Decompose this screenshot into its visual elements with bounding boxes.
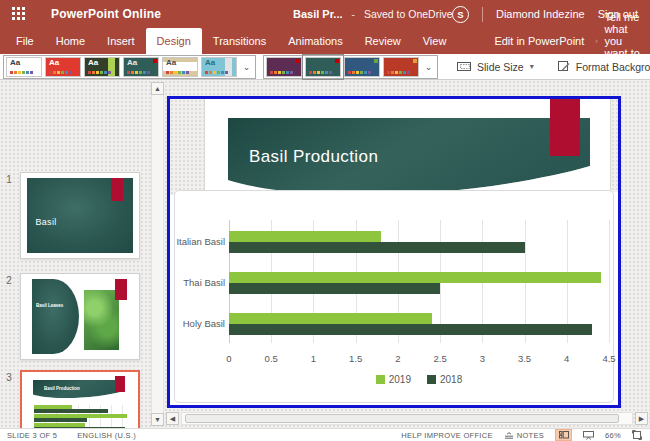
notes-toggle[interactable]: NOTES [504, 431, 544, 440]
tab-transitions[interactable]: Transitions [202, 28, 277, 54]
scroll-down-button[interactable]: ▼ [151, 413, 164, 426]
category-label: Holy Basil [149, 317, 225, 331]
themes-more-icon[interactable]: ⌄ [240, 62, 253, 72]
tab-edit-in-powerpoint[interactable]: Edit in PowerPoint [483, 28, 595, 54]
slide-thumbnail-1[interactable]: Basil [20, 172, 140, 259]
tab-design[interactable]: Design [146, 28, 202, 54]
document-title-group: Basil Pr... - Saved to OneDrive [293, 8, 453, 20]
legend-item: 2019 [376, 374, 411, 385]
variant-purple-tile[interactable] [266, 57, 302, 77]
document-title[interactable]: Basil Pr... [293, 8, 343, 20]
tell-me-box[interactable]: Tell me what you want to do [595, 28, 650, 54]
x-tick-label: 1.5 [340, 353, 372, 364]
scroll-up-button[interactable]: ▲ [151, 82, 164, 95]
slide-title-text: Basil Leaves [36, 303, 63, 308]
variant-teal-tile[interactable] [305, 57, 341, 77]
thumbnail-slide-preview: Basil Leaves [27, 279, 133, 354]
content-panel: Basil Leaves [32, 279, 79, 354]
theme-aa-sample: Aa [166, 59, 176, 68]
waffle-grid-icon [12, 7, 15, 10]
theme-red-tile[interactable]: Aa [45, 57, 81, 77]
help-improve-office-link[interactable]: HELP IMPROVE OFFICE [401, 431, 492, 440]
slide-thumbnail-3[interactable]: Basil Production00.511.522.533.544.52019… [20, 370, 140, 428]
slideshow-button[interactable] [583, 431, 594, 440]
normal-view-button[interactable] [555, 429, 572, 441]
x-tick-label: 1 [297, 353, 329, 364]
theme-dark-green-tile[interactable]: Aa [84, 57, 120, 77]
theme-color-dots [49, 71, 72, 74]
slide-size-icon [457, 61, 471, 72]
theme-aa-sample: Aa [10, 59, 20, 68]
variant-blue-tile[interactable] [344, 57, 380, 77]
theme-wood-tile[interactable]: Aa [162, 57, 198, 77]
theme-color-dots [166, 71, 189, 74]
bar-2018-holy-basil [229, 324, 592, 335]
themes-gallery: AaAaAaAaAaAa⌄ [3, 55, 256, 79]
mini-bar [34, 409, 107, 413]
theme-color-dots [270, 71, 293, 74]
x-tick-label: 4 [551, 353, 583, 364]
theme-color-dots [387, 71, 410, 74]
accent-ribbon [115, 279, 127, 300]
scroll-left-button[interactable]: ◀ [166, 412, 179, 425]
bar-2018-italian-basil [229, 242, 525, 253]
design-ribbon: AaAaAaAaAaAa⌄ ⌄ Slide Size ▾ Format Back… [0, 54, 650, 80]
category-label: Thai Basil [149, 276, 225, 290]
horizontal-scrollbar[interactable] [181, 412, 633, 425]
theme-office-tile[interactable]: Aa [6, 57, 42, 77]
chevron-down-icon: ▾ [530, 62, 534, 71]
slide-accent-ribbon[interactable] [550, 99, 580, 156]
variants-gallery: ⌄ [263, 55, 438, 79]
variant-corner-dot [413, 59, 417, 63]
fit-to-window-icon [632, 430, 642, 440]
bar-2019-thai-basil [229, 272, 601, 283]
title-banner: Basil Production [33, 380, 123, 400]
theme-teal-tile[interactable]: Aa [123, 57, 159, 77]
accent-ribbon [115, 376, 125, 392]
language-status[interactable]: ENGLISH (U.S.) [77, 431, 136, 440]
tab-home[interactable]: Home [45, 28, 96, 54]
scroll-right-button[interactable]: ▶ [635, 412, 648, 425]
variants-more-icon[interactable]: ⌄ [422, 62, 435, 72]
bar-chart[interactable]: Italian BasilThai BasilHoly Basil 00.511… [174, 190, 614, 403]
ribbon-tabs: FileHomeInsertDesignTransitionsAnimation… [5, 28, 595, 54]
tab-review[interactable]: Review [354, 28, 412, 54]
scrollbar-thumb[interactable] [185, 414, 619, 423]
slide-title[interactable]: Basil Production [249, 147, 378, 167]
user-name[interactable]: Diamond Indezine [496, 8, 585, 20]
app-launcher-icon[interactable] [11, 6, 27, 22]
x-tick-label: 3 [466, 353, 498, 364]
slide-title-text: Basil [35, 217, 56, 227]
slide-size-button[interactable]: Slide Size ▾ [452, 61, 539, 73]
theme-color-dots [127, 71, 150, 74]
mini-bar [34, 418, 86, 422]
slide-thumbnail-2[interactable]: Basil Leaves [20, 273, 140, 360]
theme-color-dots [88, 71, 111, 74]
normal-view-icon [559, 431, 569, 439]
tab-view[interactable]: View [412, 28, 458, 54]
tab-insert[interactable]: Insert [96, 28, 146, 54]
notes-label: NOTES [517, 431, 544, 440]
mini-bar-chart [34, 405, 128, 428]
skype-icon[interactable]: S [452, 6, 469, 23]
workspace: ▲ ▼ 1Basil2Basil Leaves3Basil Production… [0, 80, 650, 428]
variant-red-tile[interactable] [383, 57, 419, 77]
theme-color-dots [309, 71, 332, 74]
tab-animations[interactable]: Animations [277, 28, 353, 54]
tab-file[interactable]: File [5, 28, 45, 54]
variant-corner-dot [153, 59, 157, 63]
x-tick-label: 3.5 [509, 353, 541, 364]
fit-to-window-button[interactable] [632, 430, 642, 440]
variant-corner-dot [335, 59, 339, 63]
slide-counter: SLIDE 3 OF 5 [7, 431, 57, 440]
x-tick-label: 2 [382, 353, 414, 364]
x-tick-label: 4.5 [593, 353, 625, 364]
format-background-button[interactable]: Format Background ▾ [553, 61, 650, 73]
thumbnail-scrollbar[interactable] [151, 82, 164, 426]
slide-canvas[interactable]: Basil Production Italian BasilThai Basil… [167, 96, 621, 408]
format-background-icon [558, 61, 570, 73]
mini-bar-pair [34, 414, 128, 422]
app-title: PowerPoint Online [51, 7, 161, 21]
theme-light-blue-tile[interactable]: Aa [201, 57, 237, 77]
zoom-level[interactable]: 66% [605, 431, 621, 440]
